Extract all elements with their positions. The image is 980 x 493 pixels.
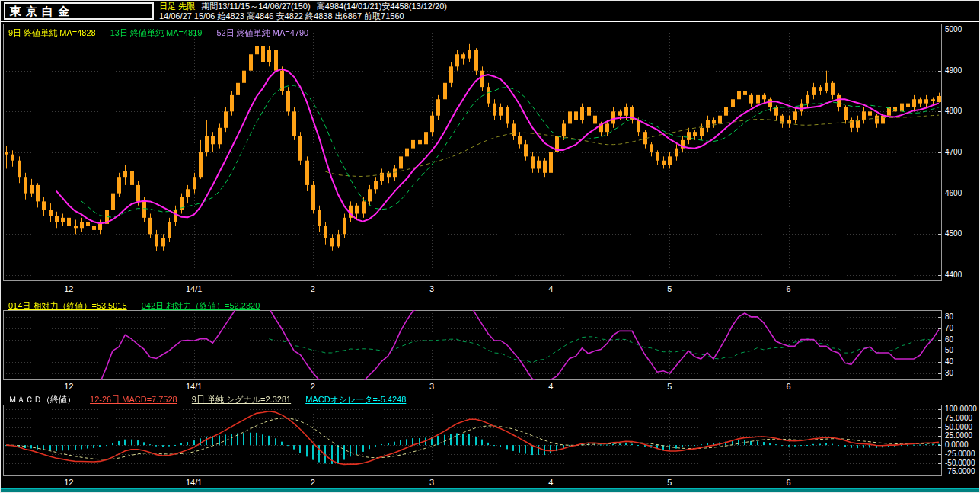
x-axis-tick-label: 6	[774, 382, 804, 392]
x-axis-tick-label: 4	[535, 284, 566, 294]
y-axis-tick-label: 4900	[945, 66, 980, 75]
x-axis-tick-label: 5	[654, 284, 685, 294]
x-axis-tick-label: 6	[774, 478, 804, 488]
quote-info: 日足 先限 期間13/11/15～14/06/27(150) 高4984(14/…	[159, 2, 451, 21]
y-axis-tick-label: -75.0000	[945, 467, 980, 476]
y-axis-tick-label: 40	[945, 357, 980, 367]
y-axis-tick-label: 50.0000	[945, 423, 980, 432]
x-axis-tick-label: 5	[654, 382, 685, 392]
macd-title: ＭＡＣＤ（終値）	[8, 395, 75, 404]
macd-value-legend: 12-26日 MACD=7.7528	[90, 395, 177, 404]
x-axis-tick-label: 12	[53, 478, 84, 488]
y-axis-tick-label: 80	[945, 312, 980, 322]
macd-legend: ＭＡＣＤ（終値） 12-26日 MACD=7.7528 9日 単純 シグナル=2…	[8, 394, 418, 405]
x-axis-tick-label: 6	[774, 284, 804, 294]
y-axis-tick-label: 50	[945, 346, 980, 355]
y-axis-tick-label: 5000	[945, 25, 980, 34]
price-chart-legend: 9日 終値単純 MA=4828 13日 終値単純 MA=4819 52日 終値単…	[8, 27, 321, 39]
y-axis-tick-label: -25.0000	[945, 450, 980, 459]
period-label: 期間13/11/15～14/06/27(150)	[201, 2, 311, 11]
contract-info-line: 日足 先限 期間13/11/15～14/06/27(150) 高4984(14/…	[159, 2, 451, 11]
macd-oscillator-legend: MACDオシレータ=-5.4248	[305, 395, 406, 404]
y-axis-tick-label: 0.0000	[945, 440, 980, 450]
ma52-legend: 52日 終値単純 MA=4790	[217, 28, 309, 37]
macd-signal-legend: 9日 単純 シグナル=2.3281	[192, 395, 291, 404]
y-axis-tick-label: 4700	[945, 148, 980, 157]
x-axis-tick-label: 14/1	[179, 382, 209, 392]
instrument-name: 東京白金	[10, 5, 74, 18]
x-axis-tick-label: 14/1	[179, 478, 209, 488]
y-axis-tick-label: 4400	[945, 271, 980, 280]
macd-panel: ＭＡＣＤ（終値） 12-26日 MACD=7.7528 9日 単純 シグナル=2…	[1, 392, 980, 488]
x-axis-tick-label: 4	[535, 382, 566, 392]
x-axis-tick-label: 2	[298, 284, 328, 294]
instrument-title-box: 東京白金	[4, 2, 154, 20]
y-axis-tick-label: 75.0000	[945, 414, 980, 423]
x-axis-tick-label: 14/1	[179, 284, 209, 294]
x-axis-tick-label: 12	[53, 284, 84, 294]
x-axis-tick-label: 3	[417, 382, 447, 392]
rsi-legend: 014日 相対力（終値）=53.5015 042日 相対力（終値）=52.232…	[8, 300, 272, 312]
ma13-legend: 13日 終値単純 MA=4819	[110, 28, 203, 37]
timeframe-label: 日足 先限	[159, 2, 195, 11]
chart-app-window: 東京白金 日足 先限 期間13/11/15～14/06/27(150) 高498…	[0, 0, 980, 493]
y-axis-tick-label: 4600	[945, 189, 980, 198]
x-axis-tick-label: 12	[53, 382, 84, 392]
candlestick-chart[interactable]	[3, 24, 942, 281]
header-bar: 東京白金 日足 先限 期間13/11/15～14/06/27(150) 高498…	[1, 1, 979, 22]
y-axis-tick-label: 30	[945, 369, 980, 378]
status-strip	[1, 488, 979, 493]
y-axis-tick-label: 25.0000	[945, 431, 980, 440]
macd-chart[interactable]	[3, 405, 942, 476]
x-axis-tick-label: 3	[417, 284, 447, 294]
x-axis-tick-label: 2	[298, 478, 328, 488]
x-axis-tick-label: 2	[298, 382, 328, 392]
y-axis-tick-label: 4800	[945, 107, 980, 116]
rsi-panel: 014日 相対力（終値）=53.5015 042日 相対力（終値）=52.232…	[1, 299, 980, 392]
y-axis-tick-label: 60	[945, 335, 980, 344]
x-axis-tick-label: 5	[654, 478, 685, 488]
rsi14-legend: 014日 相対力（終値）=53.5015	[8, 301, 127, 310]
x-axis-tick-label: 4	[535, 478, 566, 488]
y-axis-tick-label: -50.0000	[945, 459, 980, 468]
price-chart-panel: 9日 終値単純 MA=4828 13日 終値単純 MA=4819 52日 終値単…	[1, 22, 980, 299]
ma9-legend: 9日 終値単純 MA=4828	[8, 28, 96, 37]
y-axis-tick-label: 4500	[945, 229, 980, 238]
y-axis-tick-label: 70	[945, 324, 980, 333]
x-axis-tick-label: 3	[417, 478, 447, 488]
daily-quote-line: 14/06/27 15/06 始4823 高4846 安4822 終4838 出…	[159, 11, 451, 21]
rsi-chart[interactable]	[3, 310, 942, 380]
daily-ohlc-label: 14/06/27 15/06 始4823 高4846 安4822 終4838 出…	[159, 11, 404, 21]
rsi42-legend: 042日 相対力（終値）=52.2320	[142, 301, 260, 310]
y-axis-tick-label: 100.0000	[945, 405, 980, 414]
period-high-low-label: 高4984(14/01/21)安4458(13/12/20)	[317, 2, 447, 11]
